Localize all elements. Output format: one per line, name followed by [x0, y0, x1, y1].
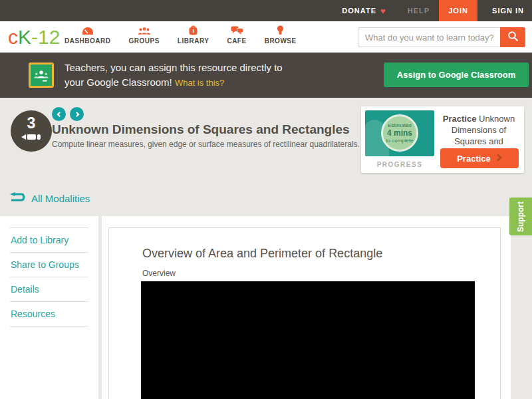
- nav-label: GROUPS: [129, 37, 160, 45]
- join-button[interactable]: JOIN: [439, 0, 477, 21]
- groups-icon: [138, 25, 151, 35]
- progress-label: PROGRESS: [365, 161, 434, 168]
- lesson-title: Unknown Dimensions of Squares and Rectan…: [52, 122, 350, 137]
- main-navbar: cK-12 DASHBOARD GROUPS LIBRARY: [0, 21, 532, 53]
- support-tab[interactable]: Support: [509, 198, 532, 235]
- return-arrow-icon: [9, 192, 25, 204]
- practice-bold-text: Practice: [443, 114, 477, 124]
- practice-button[interactable]: Practice: [440, 148, 519, 168]
- sidebar-item-details[interactable]: Details: [10, 277, 88, 302]
- nav-item-groups[interactable]: GROUPS: [129, 25, 160, 45]
- heart-icon: ♥: [380, 6, 386, 16]
- lesson-number-badge: 3: [11, 110, 52, 152]
- search-box: [358, 27, 525, 47]
- library-icon: [188, 25, 198, 35]
- estimated-time-circle: Estimated 4 mins to complete: [381, 114, 418, 152]
- chevron-right-icon: [496, 154, 502, 164]
- nav-item-library[interactable]: LIBRARY: [178, 25, 209, 45]
- all-modalities-link[interactable]: All Modalities: [9, 192, 90, 204]
- next-lesson-button[interactable]: [70, 107, 84, 121]
- assign-to-google-classroom-button[interactable]: Assign to Google Classroom: [384, 63, 529, 87]
- nav-label: DASHBOARD: [65, 37, 111, 45]
- nav-item-browse[interactable]: BROWSE: [265, 25, 297, 45]
- browse-icon: [277, 25, 284, 35]
- sidebar-item-resources[interactable]: Resources: [10, 302, 88, 327]
- sidebar-actions-list: Add to Library Share to Groups Details R…: [10, 227, 88, 327]
- top-utility-bar: DONATE ♥ HELP JOIN SIGN IN: [0, 0, 532, 21]
- logo-12: -12: [31, 26, 60, 48]
- banner-message: Teachers, you can assign this resource d…: [65, 61, 283, 90]
- sidebar-item-add-to-library[interactable]: Add to Library: [10, 228, 88, 253]
- sidebar-item-share-to-groups[interactable]: Share to Groups: [10, 253, 88, 277]
- donate-link[interactable]: DONATE ♥: [342, 6, 386, 16]
- nav-menu: DASHBOARD GROUPS LIBRARY CAFE: [65, 25, 297, 45]
- nav-label: LIBRARY: [178, 37, 209, 45]
- help-link[interactable]: HELP: [408, 7, 430, 15]
- logo-k: K: [18, 26, 31, 48]
- nav-item-cafe[interactable]: CAFE: [227, 25, 246, 45]
- donate-label: DONATE: [342, 7, 376, 15]
- lesson-number: 3: [27, 115, 36, 131]
- search-icon: [507, 31, 519, 44]
- estimate-line3: to complete: [386, 138, 413, 144]
- content-area: Add to Library Share to Groups Details R…: [0, 216, 532, 399]
- pencil-icon: [21, 131, 41, 143]
- sidebar-panel: Add to Library Share to Groups Details R…: [0, 216, 98, 399]
- google-classroom-icon: [29, 63, 54, 88]
- nav-item-dashboard[interactable]: DASHBOARD: [65, 25, 111, 45]
- estimate-line1: Estimated: [388, 122, 412, 128]
- chevron-left-icon: [56, 108, 63, 120]
- all-modalities-label: All Modalities: [31, 193, 90, 204]
- lesson-subtitle: Compute linear measures, given edge or s…: [52, 140, 360, 149]
- content-heading: Overview of Area and Perimeter of Rectan…: [142, 247, 382, 261]
- dashboard-icon: [82, 25, 94, 35]
- practice-card: Estimated 4 mins to complete PROGRESS Pr…: [361, 106, 524, 173]
- logo-c: c: [8, 26, 18, 48]
- cafe-icon: [231, 25, 243, 35]
- what-is-this-link[interactable]: What is this?: [175, 78, 224, 88]
- previous-lesson-button[interactable]: [52, 107, 66, 121]
- practice-button-label: Practice: [457, 154, 491, 164]
- ck12-lesson-page: DONATE ♥ HELP JOIN SIGN IN cK-12 DASHBOA…: [0, 0, 532, 399]
- nav-label: CAFE: [227, 37, 246, 45]
- content-subheading: Overview: [142, 269, 176, 278]
- banner-line2-text: your Google Classroom!: [65, 76, 172, 88]
- search-input[interactable]: [358, 27, 500, 47]
- nav-label: BROWSE: [265, 37, 297, 45]
- practice-progress-image: Estimated 4 mins to complete: [365, 110, 434, 156]
- sign-in-link[interactable]: SIGN IN: [492, 7, 524, 15]
- banner-line1: Teachers, you can assign this resource d…: [65, 61, 283, 75]
- chevron-right-icon: [74, 108, 80, 120]
- support-tab-label: Support: [516, 201, 525, 232]
- banner-line2: your Google Classroom! What is this?: [65, 75, 283, 90]
- google-classroom-banner: Teachers, you can assign this resource d…: [0, 53, 532, 98]
- estimate-line2: 4 mins: [387, 128, 412, 138]
- ck12-logo[interactable]: cK-12: [8, 25, 60, 49]
- lesson-content-box: Overview of Area and Perimeter of Rectan…: [108, 227, 501, 399]
- lesson-content-panel: Overview of Area and Perimeter of Rectan…: [102, 216, 511, 399]
- search-button[interactable]: [500, 27, 525, 47]
- video-player[interactable]: [141, 281, 475, 399]
